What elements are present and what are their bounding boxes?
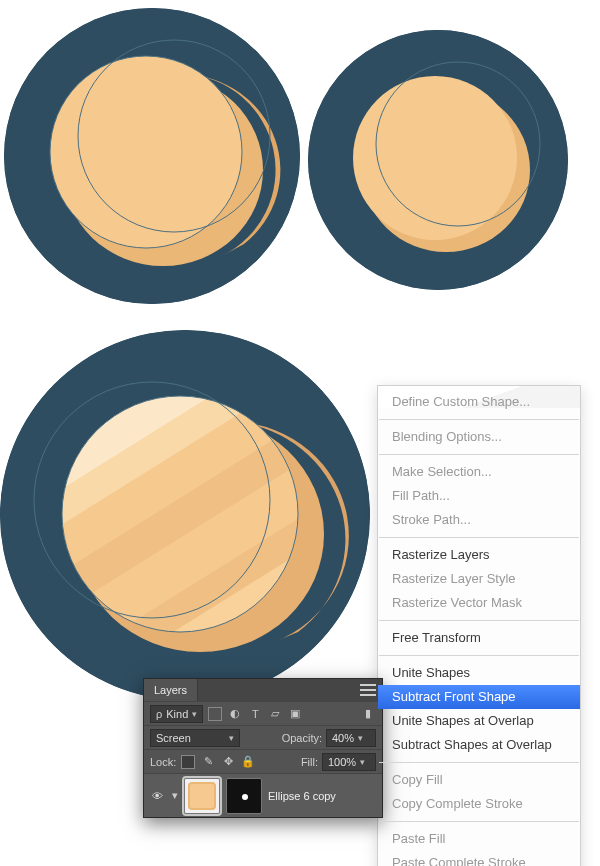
menu-item[interactable]: Unite Shapes <box>378 661 580 685</box>
fill-value: 100% <box>328 756 356 768</box>
menu-item: Blending Options... <box>378 425 580 449</box>
menu-item: Paste Fill <box>378 827 580 851</box>
menu-separator <box>379 762 579 763</box>
lock-transparency-icon[interactable] <box>180 754 196 770</box>
layers-panel-tabs: Layers <box>144 679 382 701</box>
opacity-label: Opacity: <box>282 732 322 744</box>
opacity-field[interactable]: 40% ▾ <box>326 729 376 747</box>
menu-item[interactable]: Subtract Front Shape <box>378 685 580 709</box>
layers-filter-row: ρ Kind ▾ ◐ T ▱ ▣ ▮ <box>144 701 382 725</box>
kind-filter-dropdown[interactable]: ρ Kind ▾ <box>150 705 203 723</box>
svg-point-2 <box>50 56 242 248</box>
menu-item: Rasterize Vector Mask <box>378 591 580 615</box>
filter-smart-icon[interactable]: ▣ <box>287 706 303 722</box>
vector-mask-thumbnail[interactable] <box>226 778 262 814</box>
filter-toggle-icon[interactable]: ▮ <box>360 706 376 722</box>
filter-shape-icon[interactable]: ▱ <box>267 706 283 722</box>
menu-item: Paste Complete Stroke <box>378 851 580 866</box>
chevron-down-icon: ▾ <box>360 757 365 767</box>
menu-item: Define Custom Shape... <box>378 390 580 414</box>
blend-mode-value: Screen <box>156 732 191 744</box>
layers-tab[interactable]: Layers <box>144 679 198 701</box>
kind-label: ρ <box>156 708 162 720</box>
blend-opacity-row: Screen ▾ Opacity: 40% ▾ <box>144 725 382 749</box>
coin-illustration-bottom <box>0 330 370 700</box>
menu-item: Rasterize Layer Style <box>378 567 580 591</box>
chevron-down-icon: ▾ <box>229 733 234 743</box>
lock-image-icon[interactable]: ✎ <box>200 754 216 770</box>
fill-field[interactable]: 100% ▾ <box>322 753 376 771</box>
menu-separator <box>379 537 579 538</box>
chevron-down-icon: ▾ <box>192 709 197 719</box>
menu-separator <box>379 821 579 822</box>
menu-item[interactable]: Subtract Shapes at Overlap <box>378 733 580 757</box>
panel-menu-icon[interactable] <box>360 684 376 696</box>
filter-pixel-icon[interactable] <box>207 706 223 722</box>
coin-illustration-tl <box>4 8 300 304</box>
menu-separator <box>379 454 579 455</box>
layers-panel: Layers ρ Kind ▾ ◐ T ▱ ▣ ▮ Screen ▾ Opaci… <box>143 678 383 818</box>
lock-fill-row: Lock: ✎ ✥ 🔒 Fill: 100% ▾ <box>144 749 382 773</box>
menu-item: Copy Fill <box>378 768 580 792</box>
menu-item[interactable]: Rasterize Layers <box>378 543 580 567</box>
lock-position-icon[interactable]: ✥ <box>220 754 236 770</box>
filter-type-icon[interactable]: T <box>247 706 263 722</box>
menu-separator <box>379 419 579 420</box>
chevron-down-icon[interactable]: ▾ <box>172 789 178 802</box>
lock-label: Lock: <box>150 756 176 768</box>
menu-item[interactable]: Unite Shapes at Overlap <box>378 709 580 733</box>
menu-separator <box>379 620 579 621</box>
kind-text: Kind <box>166 708 188 720</box>
opacity-value: 40% <box>332 732 354 744</box>
chevron-down-icon: ▾ <box>358 733 363 743</box>
blend-mode-dropdown[interactable]: Screen ▾ <box>150 729 240 747</box>
visibility-eye-icon[interactable]: 👁 <box>148 790 166 802</box>
coin-illustration-tr <box>308 30 568 290</box>
layer-row[interactable]: 👁 ▾ Ellipse 6 copy <box>144 773 382 817</box>
layer-thumbnail[interactable] <box>184 778 220 814</box>
menu-item[interactable]: Free Transform <box>378 626 580 650</box>
menu-separator <box>379 655 579 656</box>
lock-all-icon[interactable]: 🔒 <box>240 754 256 770</box>
menu-item: Stroke Path... <box>378 508 580 532</box>
menu-item: Fill Path... <box>378 484 580 508</box>
menu-item: Copy Complete Stroke <box>378 792 580 816</box>
fill-label: Fill: <box>301 756 318 768</box>
layer-name[interactable]: Ellipse 6 copy <box>268 790 336 802</box>
filter-adjust-icon[interactable]: ◐ <box>227 706 243 722</box>
menu-item: Make Selection... <box>378 460 580 484</box>
context-menu: Define Custom Shape...Blending Options..… <box>377 385 581 866</box>
